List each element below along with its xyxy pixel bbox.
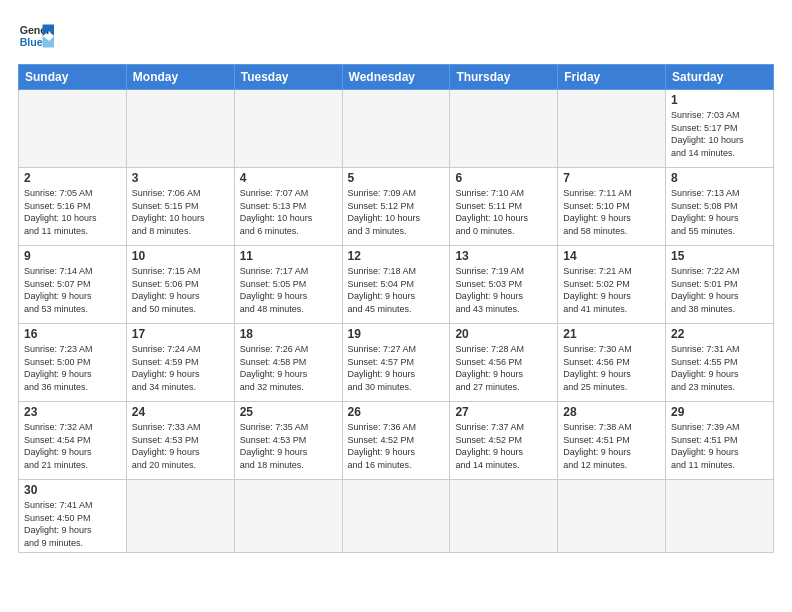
svg-marker-3 (43, 36, 54, 47)
calendar-cell: 29Sunrise: 7:39 AM Sunset: 4:51 PM Dayli… (666, 402, 774, 480)
calendar-cell: 18Sunrise: 7:26 AM Sunset: 4:58 PM Dayli… (234, 324, 342, 402)
calendar: SundayMondayTuesdayWednesdayThursdayFrid… (18, 64, 774, 553)
day-info: Sunrise: 7:13 AM Sunset: 5:08 PM Dayligh… (671, 187, 768, 237)
day-number: 2 (24, 171, 121, 185)
calendar-cell: 28Sunrise: 7:38 AM Sunset: 4:51 PM Dayli… (558, 402, 666, 480)
calendar-cell (126, 90, 234, 168)
day-info: Sunrise: 7:31 AM Sunset: 4:55 PM Dayligh… (671, 343, 768, 393)
calendar-cell (666, 480, 774, 553)
calendar-cell: 5Sunrise: 7:09 AM Sunset: 5:12 PM Daylig… (342, 168, 450, 246)
calendar-week-2: 2Sunrise: 7:05 AM Sunset: 5:16 PM Daylig… (19, 168, 774, 246)
calendar-cell (450, 90, 558, 168)
weekday-header-tuesday: Tuesday (234, 65, 342, 90)
day-number: 10 (132, 249, 229, 263)
calendar-cell: 4Sunrise: 7:07 AM Sunset: 5:13 PM Daylig… (234, 168, 342, 246)
day-number: 21 (563, 327, 660, 341)
day-info: Sunrise: 7:30 AM Sunset: 4:56 PM Dayligh… (563, 343, 660, 393)
day-info: Sunrise: 7:27 AM Sunset: 4:57 PM Dayligh… (348, 343, 445, 393)
calendar-cell: 10Sunrise: 7:15 AM Sunset: 5:06 PM Dayli… (126, 246, 234, 324)
day-info: Sunrise: 7:19 AM Sunset: 5:03 PM Dayligh… (455, 265, 552, 315)
day-number: 3 (132, 171, 229, 185)
calendar-cell: 21Sunrise: 7:30 AM Sunset: 4:56 PM Dayli… (558, 324, 666, 402)
day-info: Sunrise: 7:11 AM Sunset: 5:10 PM Dayligh… (563, 187, 660, 237)
day-info: Sunrise: 7:37 AM Sunset: 4:52 PM Dayligh… (455, 421, 552, 471)
day-info: Sunrise: 7:41 AM Sunset: 4:50 PM Dayligh… (24, 499, 121, 549)
svg-text:Blue: Blue (20, 36, 43, 48)
day-info: Sunrise: 7:38 AM Sunset: 4:51 PM Dayligh… (563, 421, 660, 471)
header: General Blue (18, 18, 774, 54)
day-info: Sunrise: 7:15 AM Sunset: 5:06 PM Dayligh… (132, 265, 229, 315)
day-number: 6 (455, 171, 552, 185)
calendar-cell: 22Sunrise: 7:31 AM Sunset: 4:55 PM Dayli… (666, 324, 774, 402)
day-number: 7 (563, 171, 660, 185)
day-info: Sunrise: 7:05 AM Sunset: 5:16 PM Dayligh… (24, 187, 121, 237)
calendar-cell: 20Sunrise: 7:28 AM Sunset: 4:56 PM Dayli… (450, 324, 558, 402)
calendar-cell: 13Sunrise: 7:19 AM Sunset: 5:03 PM Dayli… (450, 246, 558, 324)
calendar-cell: 30Sunrise: 7:41 AM Sunset: 4:50 PM Dayli… (19, 480, 127, 553)
day-number: 1 (671, 93, 768, 107)
calendar-cell (234, 480, 342, 553)
day-info: Sunrise: 7:06 AM Sunset: 5:15 PM Dayligh… (132, 187, 229, 237)
day-number: 20 (455, 327, 552, 341)
day-info: Sunrise: 7:23 AM Sunset: 5:00 PM Dayligh… (24, 343, 121, 393)
day-number: 11 (240, 249, 337, 263)
day-number: 29 (671, 405, 768, 419)
calendar-cell: 17Sunrise: 7:24 AM Sunset: 4:59 PM Dayli… (126, 324, 234, 402)
calendar-cell: 26Sunrise: 7:36 AM Sunset: 4:52 PM Dayli… (342, 402, 450, 480)
calendar-body: 1Sunrise: 7:03 AM Sunset: 5:17 PM Daylig… (19, 90, 774, 553)
day-info: Sunrise: 7:14 AM Sunset: 5:07 PM Dayligh… (24, 265, 121, 315)
day-number: 23 (24, 405, 121, 419)
calendar-cell: 19Sunrise: 7:27 AM Sunset: 4:57 PM Dayli… (342, 324, 450, 402)
day-number: 5 (348, 171, 445, 185)
weekday-header-sunday: Sunday (19, 65, 127, 90)
day-number: 12 (348, 249, 445, 263)
calendar-week-5: 23Sunrise: 7:32 AM Sunset: 4:54 PM Dayli… (19, 402, 774, 480)
calendar-cell: 14Sunrise: 7:21 AM Sunset: 5:02 PM Dayli… (558, 246, 666, 324)
day-number: 15 (671, 249, 768, 263)
weekday-header-thursday: Thursday (450, 65, 558, 90)
calendar-cell: 24Sunrise: 7:33 AM Sunset: 4:53 PM Dayli… (126, 402, 234, 480)
generalblue-icon: General Blue (18, 18, 54, 54)
day-info: Sunrise: 7:28 AM Sunset: 4:56 PM Dayligh… (455, 343, 552, 393)
calendar-cell: 9Sunrise: 7:14 AM Sunset: 5:07 PM Daylig… (19, 246, 127, 324)
calendar-week-3: 9Sunrise: 7:14 AM Sunset: 5:07 PM Daylig… (19, 246, 774, 324)
calendar-cell: 12Sunrise: 7:18 AM Sunset: 5:04 PM Dayli… (342, 246, 450, 324)
page: General Blue SundayMondayTuesdayWednesda… (0, 0, 792, 563)
calendar-cell: 7Sunrise: 7:11 AM Sunset: 5:10 PM Daylig… (558, 168, 666, 246)
day-number: 28 (563, 405, 660, 419)
calendar-header: SundayMondayTuesdayWednesdayThursdayFrid… (19, 65, 774, 90)
calendar-cell: 3Sunrise: 7:06 AM Sunset: 5:15 PM Daylig… (126, 168, 234, 246)
day-number: 13 (455, 249, 552, 263)
day-number: 26 (348, 405, 445, 419)
day-number: 19 (348, 327, 445, 341)
weekday-header-monday: Monday (126, 65, 234, 90)
calendar-cell: 8Sunrise: 7:13 AM Sunset: 5:08 PM Daylig… (666, 168, 774, 246)
calendar-week-1: 1Sunrise: 7:03 AM Sunset: 5:17 PM Daylig… (19, 90, 774, 168)
day-info: Sunrise: 7:21 AM Sunset: 5:02 PM Dayligh… (563, 265, 660, 315)
calendar-week-6: 30Sunrise: 7:41 AM Sunset: 4:50 PM Dayli… (19, 480, 774, 553)
day-info: Sunrise: 7:10 AM Sunset: 5:11 PM Dayligh… (455, 187, 552, 237)
weekday-header-friday: Friday (558, 65, 666, 90)
calendar-cell: 1Sunrise: 7:03 AM Sunset: 5:17 PM Daylig… (666, 90, 774, 168)
weekday-header-wednesday: Wednesday (342, 65, 450, 90)
day-number: 24 (132, 405, 229, 419)
calendar-cell: 11Sunrise: 7:17 AM Sunset: 5:05 PM Dayli… (234, 246, 342, 324)
calendar-cell (342, 480, 450, 553)
day-number: 9 (24, 249, 121, 263)
day-number: 8 (671, 171, 768, 185)
day-number: 14 (563, 249, 660, 263)
day-number: 18 (240, 327, 337, 341)
logo: General Blue (18, 18, 54, 54)
day-info: Sunrise: 7:17 AM Sunset: 5:05 PM Dayligh… (240, 265, 337, 315)
day-info: Sunrise: 7:18 AM Sunset: 5:04 PM Dayligh… (348, 265, 445, 315)
calendar-cell (342, 90, 450, 168)
calendar-cell (234, 90, 342, 168)
day-info: Sunrise: 7:07 AM Sunset: 5:13 PM Dayligh… (240, 187, 337, 237)
calendar-cell (19, 90, 127, 168)
calendar-cell: 23Sunrise: 7:32 AM Sunset: 4:54 PM Dayli… (19, 402, 127, 480)
day-info: Sunrise: 7:36 AM Sunset: 4:52 PM Dayligh… (348, 421, 445, 471)
day-number: 27 (455, 405, 552, 419)
calendar-week-4: 16Sunrise: 7:23 AM Sunset: 5:00 PM Dayli… (19, 324, 774, 402)
weekday-row: SundayMondayTuesdayWednesdayThursdayFrid… (19, 65, 774, 90)
day-info: Sunrise: 7:35 AM Sunset: 4:53 PM Dayligh… (240, 421, 337, 471)
